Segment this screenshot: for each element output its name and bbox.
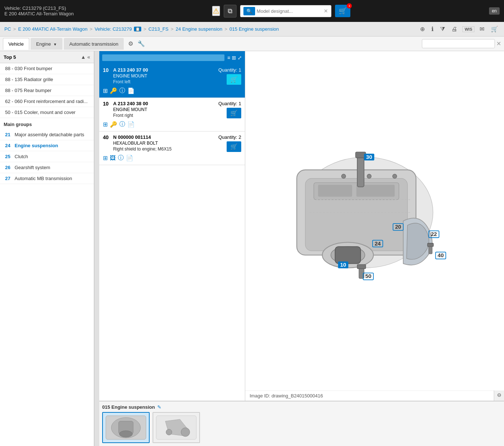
top5-item-2[interactable]: 88 - 135 Radiator grille <box>0 74 94 85</box>
alert-button[interactable]: ⚠ <box>212 6 220 16</box>
svg-text:50: 50 <box>365 273 372 279</box>
part-2-number: A 213 240 38 00 <box>113 101 218 106</box>
part-1-doc-btn[interactable]: 📄 <box>127 87 135 95</box>
tab-vehicle-label: Vehicle <box>8 41 24 47</box>
vehicle-copy-icon[interactable]: 📋 <box>134 27 141 31</box>
mail-btn[interactable]: ✉ <box>478 25 486 33</box>
parts-list: 10 A 213 240 37 00 ENGINE MOUNT Front le… <box>99 64 245 401</box>
top5-item-3[interactable]: 88 - 075 Rear bumper <box>0 85 94 96</box>
engine-dropdown-icon: ▼ <box>53 42 57 46</box>
parts-header-icons: ≡ ⊞ ⤢ <box>227 55 242 61</box>
print-btn[interactable]: 🖨 <box>450 25 459 33</box>
sidebar-item-25[interactable]: 25 Clutch <box>0 151 94 162</box>
breadcrumb-015[interactable]: 015 Engine suspension <box>230 26 279 32</box>
bottom-title: 015 Engine suspension ✎ <box>102 404 501 410</box>
sidebar-item-27[interactable]: 27 Automatic MB transmission <box>0 173 94 184</box>
part-3-qty: Quantity: 2 🛒 <box>218 134 241 152</box>
top5-item-5[interactable]: 50 - 015 Cooler, mount and cover <box>0 107 94 118</box>
sidebar-close-btn[interactable]: « <box>87 54 90 60</box>
sidebar-collapse-btn[interactable]: ▲ <box>81 54 86 60</box>
tab-icon-2[interactable]: 🔧 <box>136 39 146 49</box>
part-3-doc-btn[interactable]: 📄 <box>126 154 133 162</box>
part-1-icons: ⊞ 🔑 ⓘ 📄 <box>103 87 241 95</box>
part-2-qty-label: Quantity: 1 <box>218 101 241 106</box>
sidebar-scroll[interactable] <box>94 51 99 446</box>
parts-grid-view-btn[interactable]: ⊞ <box>232 55 236 61</box>
part-1-desc: Front left <box>113 79 218 84</box>
sidebar-item-21-label: Major assembly detachable parts <box>15 132 84 137</box>
sidebar-item-26[interactable]: 26 Gearshift system <box>0 162 94 173</box>
part-1-qty: Quantity: 1 🛒 <box>218 67 241 85</box>
part-1-info-btn[interactable]: ⓘ <box>119 87 125 95</box>
sep3: > <box>143 26 146 32</box>
cart-breadcrumb-btn[interactable]: 🛒 <box>489 25 500 33</box>
part-3-table-btn[interactable]: ⊞ <box>103 154 108 162</box>
svg-text:30: 30 <box>366 153 372 160</box>
tab-automatic-transmission[interactable]: Automatic transmission <box>64 38 124 50</box>
part-2-key-btn[interactable]: 🔑 <box>110 121 117 128</box>
tab-engine[interactable]: Engine ▼ <box>31 38 62 50</box>
model-search-clear[interactable]: ✕ <box>324 8 328 14</box>
part-3-info: N 000000 001114 HEXALOBULAR BOLT Right s… <box>113 134 218 152</box>
part-1-cart-btn[interactable]: 🛒 <box>227 74 241 85</box>
tab-icon-1[interactable]: ⚙ <box>127 39 135 49</box>
sep1: > <box>13 26 16 32</box>
parts-search-bar[interactable] <box>102 54 224 61</box>
part-3-icons: ⊞ 🖼 ⓘ 📄 <box>103 154 241 162</box>
svg-point-38 <box>119 431 132 437</box>
thumbnail-2[interactable] <box>153 412 200 443</box>
part-row-1: 10 A 213 240 37 00 ENGINE MOUNT Front le… <box>99 64 245 98</box>
breadcrumb-c213fs[interactable]: C213_FS <box>149 26 169 32</box>
part-1-qty-label: Quantity: 1 <box>218 67 241 73</box>
tab-search-clear-btn[interactable]: ✕ <box>496 40 501 47</box>
part-2-cart-btn[interactable]: 🛒 <box>227 108 241 118</box>
model-search-btn[interactable]: 🔍 <box>243 7 255 15</box>
top5-item-1[interactable]: 88 - 030 Front bumper <box>0 63 94 74</box>
part-2-icons: ⊞ 🔑 ⓘ 📄 <box>103 121 241 128</box>
copy-button[interactable]: ⧉ <box>224 5 236 18</box>
model-search-input[interactable] <box>257 8 322 14</box>
part-1-pos: 10 <box>103 67 113 73</box>
sidebar-item-26-label: Gearshift system <box>15 165 50 170</box>
part-2-table-btn[interactable]: ⊞ <box>103 121 108 128</box>
svg-point-11 <box>367 174 372 178</box>
part-3-info-btn[interactable]: ⓘ <box>118 154 124 162</box>
part-1-key-btn[interactable]: 🔑 <box>110 87 117 95</box>
breadcrumb-vehicle[interactable]: Vehicle: C213279 <box>95 26 132 32</box>
part-1-table-btn[interactable]: ⊞ <box>103 87 108 95</box>
thumbnail-1-svg <box>104 414 148 441</box>
info-btn[interactable]: ℹ <box>430 25 435 33</box>
breadcrumb-model[interactable]: E 200 4MATIC All-Terrain Wagon <box>18 26 88 32</box>
parts-list-view-btn[interactable]: ≡ <box>227 55 230 61</box>
zoom-in-btn[interactable]: ⊕ <box>419 25 426 33</box>
zoom-out-panel-btn[interactable]: ⊖ <box>495 390 504 399</box>
part-2-info-btn[interactable]: ⓘ <box>119 121 125 128</box>
sidebar-item-24[interactable]: 24 Engine suspension <box>0 140 94 151</box>
breadcrumb-tools: ⊕ ℹ ⧩ 🖨 WIS ✉ 🛒 <box>419 25 500 33</box>
breadcrumb-engine-suspension[interactable]: 24 Engine suspension <box>176 26 222 32</box>
part-3-image-btn[interactable]: 🖼 <box>110 154 116 162</box>
svg-rect-9 <box>335 247 361 264</box>
thumbnail-1[interactable] <box>102 412 150 443</box>
top5-item-4[interactable]: 62 - 060 Front reinforcement and radi... <box>0 96 94 107</box>
part-row-3-header: 40 N 000000 001114 HEXALOBULAR BOLT Righ… <box>103 134 241 152</box>
breadcrumb-pc[interactable]: PC <box>4 26 11 32</box>
top5-label: Top 5 <box>4 54 16 60</box>
bottom-edit-btn[interactable]: ✎ <box>157 404 161 410</box>
sep5: > <box>224 26 227 32</box>
image-panel: ✕ ↺ ✕ SVG ⊕ ⊖ <box>245 51 504 401</box>
tab-vehicle[interactable]: Vehicle <box>3 38 29 50</box>
part-3-cart-btn[interactable]: 🛒 <box>227 141 241 152</box>
sidebar-item-27-num: 27 <box>5 176 12 181</box>
part-3-desc: Right shield to engine; M6X15 <box>113 146 218 152</box>
sidebar-item-21[interactable]: 21 Major assembly detachable parts <box>0 129 94 140</box>
part-1-name: ENGINE MOUNT <box>113 73 218 79</box>
cart-button[interactable]: 🛒+ <box>335 5 350 17</box>
language-selector[interactable]: en <box>489 7 500 15</box>
tab-search-input[interactable] <box>422 39 495 48</box>
main-content-row: ≡ ⊞ ⤢ 10 A 213 240 37 00 <box>99 51 504 401</box>
part-2-doc-btn[interactable]: 📄 <box>127 121 135 128</box>
wis-btn[interactable]: WIS <box>462 26 474 32</box>
parts-expand-btn[interactable]: ⤢ <box>238 55 242 61</box>
filter-btn[interactable]: ⧩ <box>439 25 446 33</box>
